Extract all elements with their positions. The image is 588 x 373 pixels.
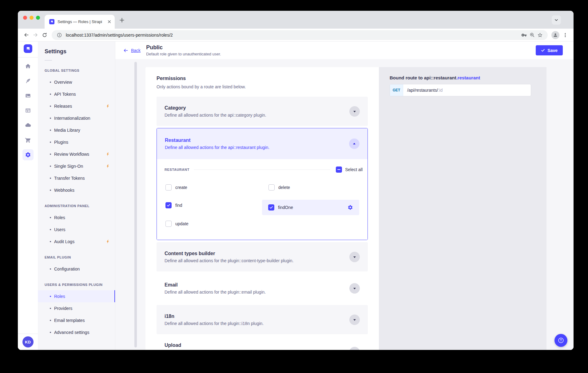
site-info-icon[interactable]	[55, 31, 63, 39]
action-label: delete	[278, 185, 290, 190]
content-type-builder-icon[interactable]	[25, 107, 31, 114]
page-subtitle: Default role given to unauthenticated us…	[146, 52, 221, 56]
sidebar-item-label: Configuration	[54, 267, 80, 271]
sidebar-item-label: Webhooks	[54, 188, 74, 193]
sidebar-item[interactable]: Configuration	[38, 263, 115, 275]
create-checkbox[interactable]	[165, 184, 172, 191]
home-icon[interactable]	[25, 63, 31, 69]
content-manager-feather-icon[interactable]	[25, 78, 31, 84]
permissions-panel: Permissions Only actions bound by a rout…	[145, 67, 379, 350]
action-findone-selected: findOne	[262, 200, 359, 215]
permission-section-upload[interactable]: Upload	[157, 336, 368, 350]
section-title: Restaurant	[165, 138, 269, 143]
select-all-checkbox[interactable]	[336, 166, 342, 173]
bound-route-suffix: .restaurant	[456, 75, 480, 80]
back-nav-icon[interactable]	[22, 30, 31, 40]
sidebar-item[interactable]: API Tokens	[38, 88, 115, 100]
tab-close-icon[interactable]	[107, 19, 112, 24]
bullet-icon	[50, 82, 51, 83]
password-key-icon[interactable]	[520, 31, 528, 39]
sidebar-item[interactable]: Users	[38, 223, 115, 235]
help-button[interactable]	[554, 334, 567, 347]
settings-icon[interactable]	[22, 149, 34, 160]
section-description: Define all allowed actions for the plugi…	[165, 290, 266, 295]
bullet-icon	[50, 130, 51, 131]
sidebar-item[interactable]: Providers	[38, 302, 115, 314]
bullet-icon	[50, 94, 51, 95]
findone-checkbox[interactable]	[268, 204, 274, 211]
bullet-icon	[50, 118, 51, 119]
sidebar-group-admin: RolesUsersAudit Logs	[38, 211, 115, 247]
strapi-logo[interactable]	[24, 44, 32, 53]
sidebar-item[interactable]: Plugins	[38, 136, 115, 148]
zoom-icon[interactable]	[528, 31, 536, 39]
expand-button[interactable]	[349, 315, 360, 325]
marketplace-cart-icon[interactable]	[25, 137, 31, 143]
chevron-down-icon	[352, 349, 357, 350]
bullet-icon	[50, 320, 51, 321]
expand-button[interactable]	[349, 106, 360, 117]
save-button[interactable]: Save	[536, 45, 563, 55]
delete-checkbox[interactable]	[268, 184, 275, 191]
user-avatar[interactable]: KD	[22, 336, 34, 347]
minimize-window-button[interactable]	[30, 16, 34, 20]
section-description: Define all allowed actions for the api::…	[165, 113, 266, 118]
back-label: Back	[131, 48, 141, 53]
deploy-cloud-icon[interactable]	[25, 122, 31, 128]
back-link[interactable]: Back	[123, 48, 141, 53]
expand-button[interactable]	[349, 252, 360, 262]
new-tab-button[interactable]	[119, 18, 125, 23]
sidebar-item-label: Overview	[54, 80, 72, 85]
url-bar[interactable]: localhost:1337/admin/settings/users-perm…	[52, 30, 548, 40]
permission-section-content-types-builder[interactable]: Content types builder Define all allowed…	[157, 242, 368, 271]
sidebar-item[interactable]: Audit Logs	[38, 235, 115, 247]
sidebar-item[interactable]: Roles	[38, 290, 115, 302]
sidebar-item[interactable]: Single Sign-On	[38, 160, 115, 172]
browser-menu-icon[interactable]	[561, 30, 570, 40]
sidebar-item[interactable]: Transfer Tokens	[38, 172, 115, 184]
route-path-text: /api/restaurants/	[407, 88, 438, 93]
sidebar-item[interactable]: Email templates	[38, 314, 115, 326]
browser-profile-icon[interactable]	[551, 31, 559, 39]
reload-icon[interactable]	[40, 30, 49, 40]
maximize-window-button[interactable]	[36, 16, 40, 20]
sidebar-item[interactable]: Media Library	[38, 124, 115, 136]
sidebar-item[interactable]: Review Workflows	[38, 148, 115, 160]
sidebar-item[interactable]: Advanced settings	[38, 326, 115, 338]
permission-section-i18n[interactable]: i18n Define all allowed actions for the …	[157, 305, 368, 334]
bullet-icon	[50, 106, 51, 107]
media-library-icon[interactable]	[25, 93, 31, 99]
collapse-button[interactable]	[349, 138, 360, 149]
action-settings-gear-icon[interactable]	[348, 205, 353, 210]
expand-button[interactable]	[349, 283, 360, 294]
close-window-button[interactable]	[23, 16, 27, 20]
sidebar-item[interactable]: Overview	[38, 76, 115, 88]
divider	[194, 170, 330, 170]
sidebar-item[interactable]: Webhooks	[38, 184, 115, 196]
find-checkbox[interactable]	[165, 202, 172, 208]
tab-search-button[interactable]	[552, 15, 561, 25]
expand-button[interactable]	[349, 347, 360, 350]
url-text: localhost:1337/admin/settings/users-perm…	[66, 33, 520, 38]
section-title: Content types builder	[165, 251, 293, 256]
sidebar-item[interactable]: Internationalization	[38, 112, 115, 124]
bound-route-panel: Bound route to api::restaurant.restauran…	[379, 67, 546, 350]
sidebar-section-heading: EMAIL PLUGIN	[45, 255, 115, 259]
update-checkbox[interactable]	[165, 221, 172, 227]
sidebar-item[interactable]: Roles	[38, 211, 115, 223]
permission-section-category[interactable]: Category Define all allowed actions for …	[157, 97, 368, 126]
sidebar-item[interactable]: Releases	[38, 100, 115, 112]
check-icon	[269, 206, 273, 209]
permissions-subtitle: Only actions bound by a route are listed…	[157, 84, 368, 89]
route-field[interactable]: GET /api/restaurants/:id	[390, 84, 531, 96]
action-create: create	[165, 184, 187, 191]
select-all-control: Select all	[336, 166, 363, 173]
permission-section-restaurant: Restaurant Define all allowed actions fo…	[157, 128, 368, 240]
bookmark-star-icon[interactable]	[536, 31, 544, 39]
permission-section-email[interactable]: Email Define all allowed actions for the…	[157, 274, 368, 303]
restaurant-section-header[interactable]: Restaurant Define all allowed actions fo…	[157, 128, 368, 159]
check-icon	[541, 48, 545, 52]
sidebar-item-label: Plugins	[54, 140, 68, 145]
scrollbar-thumb[interactable]	[134, 62, 137, 347]
browser-tab[interactable]: Settings — Roles | Strapi	[45, 15, 115, 29]
